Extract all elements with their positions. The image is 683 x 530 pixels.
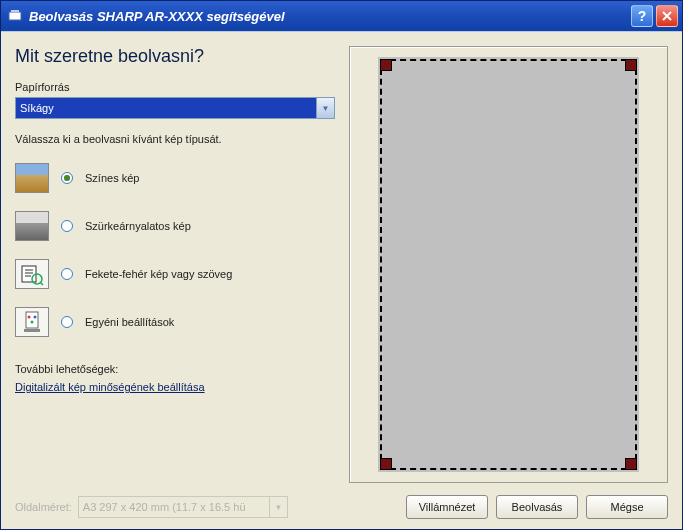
page-size-select: A3 297 x 420 mm (11.7 x 16.5 hü ▼ [78,496,288,518]
radio-custom[interactable] [61,316,73,328]
paper-source-select-wrap: Síkágy ▼ [15,97,335,119]
svg-rect-8 [24,329,40,332]
svg-point-6 [34,316,37,319]
handle-top-right[interactable] [625,59,637,71]
radio-bw[interactable] [61,268,73,280]
option-custom-label: Egyéni beállítások [85,316,174,328]
quality-settings-link[interactable]: Digitalizált kép minőségének beállítása [15,381,335,393]
custom-thumb-icon [15,307,49,337]
bw-thumb-icon [15,259,49,289]
chevron-down-icon: ▼ [316,98,334,118]
svg-point-5 [28,316,31,319]
option-grayscale-label: Szürkeárnyalatos kép [85,220,191,232]
scan-button[interactable]: Beolvasás [496,495,578,519]
radio-grayscale[interactable] [61,220,73,232]
page-size-group: Oldalméret: A3 297 x 420 mm (11.7 x 16.5… [15,496,288,518]
footer-row: Oldalméret: A3 297 x 420 mm (11.7 x 16.5… [15,483,668,519]
svg-rect-1 [11,10,19,12]
paper-source-label: Papírforrás [15,81,335,93]
handle-bottom-left[interactable] [380,458,392,470]
paper-source-value: Síkágy [20,102,316,114]
option-bw-label: Fekete-fehér kép vagy szöveg [85,268,232,280]
option-color[interactable]: Színes kép [15,163,335,193]
instruction-text: Válassza ki a beolvasni kívánt kép típus… [15,133,335,145]
scan-type-options: Színes kép Szürkeárnyalatos kép Fekete-f… [15,163,335,337]
help-button[interactable]: ? [631,5,653,27]
more-options-label: További lehetőségek: [15,363,335,375]
option-bw[interactable]: Fekete-fehér kép vagy szöveg [15,259,335,289]
page-size-label: Oldalméret: [15,501,72,513]
preview-button[interactable]: Villámnézet [406,495,488,519]
app-icon [7,8,23,24]
window-title: Beolvasás SHARP AR-XXXX segítségével [29,9,631,24]
radio-color[interactable] [61,172,73,184]
handle-bottom-right[interactable] [625,458,637,470]
main-row: Mit szeretne beolvasni? Papírforrás Síká… [15,46,668,483]
chevron-down-icon: ▼ [269,497,287,517]
option-color-label: Színes kép [85,172,139,184]
preview-area[interactable] [378,57,639,472]
svg-rect-2 [22,266,36,282]
svg-rect-0 [9,12,21,20]
handle-top-left[interactable] [380,59,392,71]
close-button[interactable] [656,5,678,27]
preview-panel [349,46,668,483]
svg-rect-4 [26,312,38,328]
window-body: Mit szeretne beolvasni? Papírforrás Síká… [1,31,682,529]
grayscale-thumb-icon [15,211,49,241]
page-size-value: A3 297 x 420 mm (11.7 x 16.5 hü [83,501,246,513]
left-panel: Mit szeretne beolvasni? Papírforrás Síká… [15,46,335,483]
action-buttons: Villámnézet Beolvasás Mégse [406,495,668,519]
titlebar[interactable]: Beolvasás SHARP AR-XXXX segítségével ? [1,1,682,31]
option-grayscale[interactable]: Szürkeárnyalatos kép [15,211,335,241]
page-title: Mit szeretne beolvasni? [15,46,335,67]
color-thumb-icon [15,163,49,193]
selection-rect[interactable] [380,59,637,470]
paper-source-select[interactable]: Síkágy ▼ [15,97,335,119]
titlebar-buttons: ? [631,5,678,27]
svg-point-7 [31,321,34,324]
option-custom[interactable]: Egyéni beállítások [15,307,335,337]
scan-dialog: Beolvasás SHARP AR-XXXX segítségével ? M… [0,0,683,530]
cancel-button[interactable]: Mégse [586,495,668,519]
